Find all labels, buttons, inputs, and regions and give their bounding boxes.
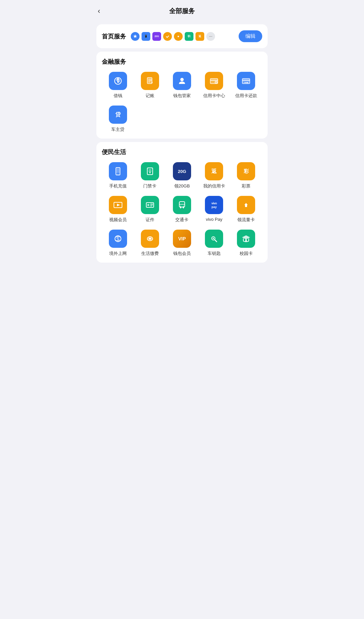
service-item-my-credit[interactable]: 返 我的信用卡 [198, 162, 230, 189]
borrow-label: 借钱 [114, 93, 122, 99]
access-card-icon [141, 162, 159, 180]
life-services-card: 便民生活 手机充值 门禁卡 [96, 142, 268, 263]
20gb-label: 领20GB [174, 183, 190, 189]
mini-icon-4 [163, 32, 172, 41]
wallet-label: 钱包管家 [173, 93, 191, 99]
wallet-vip-label: 钱包会员 [173, 250, 191, 257]
car-key-label: 车钥匙 [208, 250, 221, 257]
service-item-wallet[interactable]: 钱包管家 [166, 72, 198, 99]
mini-icon-2: 📱 [142, 32, 150, 41]
svg-text:+: + [215, 81, 217, 84]
svg-point-28 [180, 207, 181, 208]
financial-services-grid: 借钱 记账 钱包管家 [102, 72, 262, 132]
edit-button[interactable]: 编辑 [239, 30, 262, 42]
campus-label: 校园卡 [240, 250, 253, 257]
service-item-roaming[interactable]: 境外上网 [102, 230, 134, 257]
mini-icon-7: 返 [195, 32, 204, 41]
video-vip-icon [109, 196, 127, 214]
svg-point-15 [118, 174, 118, 174]
video-vip-label: 视频会员 [109, 217, 127, 223]
service-item-life-pay[interactable]: 生活缴费 [134, 230, 166, 257]
credit-center-icon: + [205, 72, 223, 90]
svg-point-19 [149, 172, 151, 173]
service-item-transit[interactable]: 交通卡 [166, 196, 198, 223]
mini-icon-more: ··· [206, 32, 215, 41]
campus-icon [237, 230, 255, 248]
mini-icon-1 [131, 32, 140, 41]
flow-card-label: 领流量卡 [237, 217, 255, 223]
financial-services-card: 金融服务 借钱 [96, 52, 268, 139]
homepage-service-title: 首页服务 [102, 32, 126, 40]
credit-repay-label: 信用卡还款 [235, 93, 257, 99]
car-loan-icon: 贷 [109, 106, 127, 124]
svg-marker-21 [117, 204, 120, 206]
service-item-lottery[interactable]: 彩 彩票 [230, 162, 262, 189]
service-item-car-key[interactable]: 车钥匙 [198, 230, 230, 257]
service-item-campus[interactable]: 校园卡 [230, 230, 262, 257]
service-item-borrow[interactable]: 借钱 [102, 72, 134, 99]
transit-icon [173, 196, 191, 214]
borrow-icon [109, 72, 127, 90]
service-item-credit-repay[interactable]: 信用卡还款 [230, 72, 262, 99]
svg-point-29 [183, 207, 184, 208]
20gb-icon: 20G [173, 162, 191, 180]
service-item-car-loan[interactable]: 贷 车主贷 [102, 106, 134, 132]
mini-icon-3: 20G [152, 32, 161, 41]
vivo-pay-icon: vivo pay [205, 196, 223, 214]
service-item-wallet-vip[interactable]: VIP 钱包会员 [166, 230, 198, 257]
car-key-icon [205, 230, 223, 248]
homepage-service-row: 首页服务 📱 20G ● 职 返 ··· 编辑 [102, 30, 262, 42]
roaming-label: 境外上网 [109, 250, 127, 257]
svg-rect-39 [245, 239, 247, 241]
svg-point-23 [147, 204, 149, 206]
access-card-label: 门禁卡 [143, 183, 156, 189]
service-item-credit-center[interactable]: + 信用卡中心 [198, 72, 230, 99]
mini-icon-5: ● [174, 32, 183, 41]
life-services-grid: 手机充值 门禁卡 20G 领20GB 返 我的信用卡 [102, 162, 262, 257]
my-credit-icon: 返 [205, 162, 223, 180]
my-credit-label: 我的信用卡 [203, 183, 225, 189]
back-button[interactable]: ‹ [98, 5, 103, 17]
service-item-access-card[interactable]: 门禁卡 [134, 162, 166, 189]
homepage-service-left: 首页服务 📱 20G ● 职 返 ··· [102, 32, 239, 41]
service-item-mobile-recharge[interactable]: 手机充值 [102, 162, 134, 189]
credit-center-label: 信用卡中心 [203, 93, 225, 99]
transit-label: 交通卡 [175, 217, 188, 223]
lottery-icon: 彩 [237, 162, 255, 180]
mobile-recharge-icon [109, 162, 127, 180]
service-item-20gb[interactable]: 20G 领20GB [166, 162, 198, 189]
flow-card-icon [237, 196, 255, 214]
id-card-label: 证件 [146, 217, 154, 223]
svg-line-37 [215, 240, 217, 242]
wallet-icon [173, 72, 191, 90]
vivo-pay-label: vivo Pay [206, 217, 222, 222]
car-loan-label: 车主贷 [111, 126, 124, 132]
svg-point-35 [149, 238, 151, 240]
header: ‹ 全部服务 [91, 0, 273, 21]
service-item-video-vip[interactable]: 视频会员 [102, 196, 134, 223]
life-pay-icon [141, 230, 159, 248]
id-card-icon [141, 196, 159, 214]
ledger-label: 记账 [146, 93, 154, 99]
service-item-id-card[interactable]: 证件 [134, 196, 166, 223]
service-item-vivo-pay[interactable]: vivo pay vivo Pay [198, 196, 230, 223]
ledger-icon [141, 72, 159, 90]
wallet-vip-icon: VIP [173, 230, 191, 248]
service-item-ledger[interactable]: 记账 [134, 72, 166, 99]
life-pay-label: 生活缴费 [141, 250, 159, 257]
page-title: 全部服务 [169, 7, 195, 16]
service-item-flow-card[interactable]: 领流量卡 [230, 196, 262, 223]
lottery-label: 彩票 [242, 183, 250, 189]
life-services-title: 便民生活 [102, 148, 262, 156]
mobile-recharge-label: 手机充值 [109, 183, 127, 189]
financial-services-title: 金融服务 [102, 58, 262, 66]
homepage-service-card: 首页服务 📱 20G ● 职 返 ··· 编辑 [96, 24, 268, 48]
svg-point-38 [213, 238, 214, 239]
mini-icon-6: 职 [185, 32, 193, 41]
roaming-icon [109, 230, 127, 248]
credit-repay-icon [237, 72, 255, 90]
svg-point-5 [180, 78, 184, 81]
svg-rect-14 [117, 168, 119, 173]
